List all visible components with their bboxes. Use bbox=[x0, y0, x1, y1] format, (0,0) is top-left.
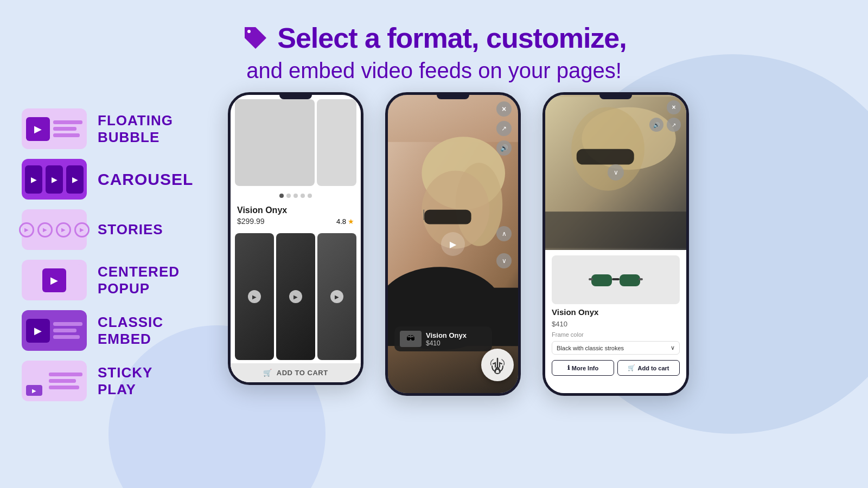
sound-button[interactable]: 🔊 bbox=[649, 118, 663, 132]
icon-line bbox=[53, 329, 76, 332]
phone3-product-detail: × ↗ ∨ 🔊 Vision Onyx $410 bbox=[542, 92, 689, 396]
phone2-inner: × ↗ 🔊 ∧ ∨ ▶ 🕶 Vision Onyx $410 bbox=[388, 95, 518, 393]
cart-icon: 🛒 bbox=[263, 369, 272, 377]
video-play-btn-1[interactable]: ▶ bbox=[248, 290, 261, 303]
sidebar-item-sticky-play[interactable]: ▶ STICKYPLAY bbox=[22, 361, 193, 401]
product-price: $410 bbox=[552, 320, 680, 328]
chevron-down-icon[interactable]: ∨ bbox=[608, 164, 624, 181]
sunglasses-product-svg bbox=[589, 266, 643, 293]
phone3-top-area: × ↗ ∨ 🔊 bbox=[545, 95, 686, 250]
add-to-cart-label: ADD TO CART bbox=[277, 369, 328, 377]
carousel-dots bbox=[231, 194, 361, 198]
icon-line bbox=[53, 120, 82, 124]
icon-lines bbox=[53, 322, 82, 339]
sidebar-item-classic-embed[interactable]: ▶ CLASSICEMBED bbox=[22, 310, 193, 351]
sidebar-item-label: CAROUSEL bbox=[98, 170, 193, 189]
action-buttons: ℹ More Info 🛒 Add to cart bbox=[552, 360, 680, 376]
phone-notch bbox=[599, 95, 632, 99]
video-play-btn-2[interactable]: ▶ bbox=[289, 290, 302, 303]
frame-color-select[interactable]: Black with classic strokes ∨ bbox=[552, 341, 680, 355]
add-to-cart-button[interactable]: 🛒 Add to cart bbox=[617, 360, 680, 376]
sidebar-item-label: CLASSICEMBED bbox=[98, 314, 163, 348]
icon-line bbox=[49, 379, 76, 383]
phone1-inner: Vision Onyx $299.99 4.8 ★ ▶ ▶ bbox=[231, 95, 361, 382]
hand-gesture-icon bbox=[481, 349, 514, 381]
header: Select a format, customize, and embed vi… bbox=[0, 0, 868, 83]
frame-color-label: Frame color bbox=[552, 331, 680, 338]
dropdown-chevron-icon: ∨ bbox=[671, 344, 675, 351]
tag-icon bbox=[241, 24, 270, 52]
classic-embed-icon: ▶ bbox=[22, 310, 87, 351]
close-button[interactable]: × bbox=[667, 100, 681, 114]
svg-rect-6 bbox=[423, 210, 424, 220]
play-icon-1: ▶ bbox=[25, 165, 42, 194]
header-line1: Select a format, customize, bbox=[0, 22, 868, 54]
svg-rect-19 bbox=[639, 278, 643, 280]
sticky-play-icon: ▶ bbox=[22, 361, 87, 401]
product-card: 🕶 Vision Onyx $410 bbox=[394, 326, 492, 351]
dot-5 bbox=[308, 194, 312, 198]
product-name: Vision Onyx bbox=[552, 307, 680, 317]
play-icon: ▶ bbox=[42, 268, 66, 292]
cart-icon: 🛒 bbox=[628, 364, 635, 371]
sidebar-item-label: STICKYPLAY bbox=[98, 364, 152, 398]
story-circle-2: ▶ bbox=[37, 222, 53, 237]
hand-svg bbox=[488, 355, 507, 375]
video-thumb-3: ▶ bbox=[317, 233, 356, 360]
svg-point-0 bbox=[247, 30, 251, 33]
phones-container: Vision Onyx $299.99 4.8 ★ ▶ ▶ bbox=[228, 92, 689, 396]
sidebar: ▶ FLOATINGBUBBLE ▶ ▶ ▶ CAROUSEL ▶ ▶ ▶ bbox=[22, 108, 193, 401]
product-price: $410 bbox=[426, 339, 467, 347]
more-info-button[interactable]: ℹ More Info bbox=[552, 360, 614, 376]
share-button[interactable]: ↗ bbox=[667, 118, 681, 132]
share-button[interactable]: ↗ bbox=[496, 121, 512, 136]
icon-line bbox=[53, 127, 76, 131]
stories-icon: ▶ ▶ ▶ ▶ bbox=[22, 209, 87, 250]
story-circle-4: ▶ bbox=[74, 222, 90, 237]
play-icon: ▶ bbox=[26, 319, 50, 343]
video-thumb-2: ▶ bbox=[276, 233, 315, 360]
svg-rect-16 bbox=[620, 274, 640, 286]
phone1-carousel: Vision Onyx $299.99 4.8 ★ ▶ ▶ bbox=[228, 92, 363, 385]
phone3-product-panel: Vision Onyx $410 Frame color Black with … bbox=[545, 250, 686, 393]
sidebar-item-centered-popup[interactable]: ▶ CENTEREDPOPUP bbox=[22, 260, 193, 300]
product-thumbnail: 🕶 bbox=[400, 331, 422, 347]
nav-down-button[interactable]: ∨ bbox=[496, 253, 512, 268]
product-price-row: $299.99 4.8 ★ bbox=[237, 217, 354, 226]
product-price: $299.99 bbox=[237, 217, 265, 226]
svg-rect-13 bbox=[577, 149, 634, 165]
phone-notch bbox=[437, 95, 469, 99]
sidebar-item-carousel[interactable]: ▶ ▶ ▶ CAROUSEL bbox=[22, 159, 193, 200]
star-icon: ★ bbox=[348, 217, 354, 226]
sidebar-item-label: FLOATINGBUBBLE bbox=[98, 112, 173, 146]
icon-line bbox=[53, 133, 80, 137]
close-button[interactable]: × bbox=[496, 101, 512, 117]
dot-1 bbox=[279, 194, 284, 198]
centered-popup-icon: ▶ bbox=[22, 260, 87, 300]
info-icon: ℹ bbox=[567, 364, 570, 371]
header-subtitle: and embed video feeds on your pages! bbox=[0, 59, 868, 83]
product-card-text: Vision Onyx $410 bbox=[426, 331, 467, 347]
carousel-images bbox=[231, 95, 361, 190]
product-name: Vision Onyx bbox=[237, 206, 354, 215]
center-play-button[interactable]: ▶ bbox=[441, 232, 465, 256]
icon-line bbox=[53, 335, 80, 339]
carousel-main-image bbox=[235, 99, 315, 186]
icon-line bbox=[49, 386, 79, 389]
frame-color-value: Black with classic strokes bbox=[557, 345, 624, 351]
add-to-cart-bar[interactable]: 🛒 ADD TO CART bbox=[231, 363, 361, 382]
dot-2 bbox=[286, 194, 291, 198]
sidebar-item-floating-bubble[interactable]: ▶ FLOATINGBUBBLE bbox=[22, 108, 193, 149]
sidebar-item-label: CENTEREDPOPUP bbox=[98, 264, 180, 297]
sound-button[interactable]: 🔊 bbox=[496, 140, 512, 156]
video-play-btn-3[interactable]: ▶ bbox=[330, 290, 343, 303]
product-name: Vision Onyx bbox=[426, 331, 467, 339]
carousel-plays: ▶ ▶ ▶ bbox=[25, 165, 84, 194]
sidebar-item-stories[interactable]: ▶ ▶ ▶ ▶ STORIES bbox=[22, 209, 193, 250]
header-title: Select a format, customize, bbox=[277, 22, 626, 54]
nav-up-button[interactable]: ∧ bbox=[496, 226, 512, 241]
svg-rect-14 bbox=[545, 211, 686, 248]
carousel-icon: ▶ ▶ ▶ bbox=[22, 159, 87, 200]
svg-rect-15 bbox=[591, 274, 612, 286]
play-icon-3: ▶ bbox=[66, 165, 84, 194]
